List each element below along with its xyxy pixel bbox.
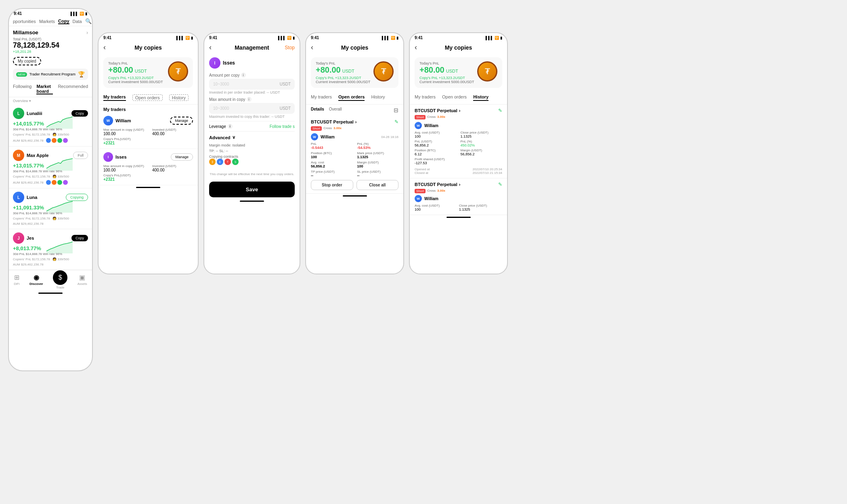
s4-indicator (343, 195, 367, 197)
manage-button-william[interactable]: Manage (170, 117, 193, 125)
closed-row-h1: Closed at 2022/07/10 21:15:34 (415, 171, 502, 175)
back-button-s2[interactable]: ‹ (103, 43, 106, 52)
copiers-row-lunaliii: Copiers' PnL $172,156.78 🧑 339/500 (13, 133, 88, 136)
s5-wifi: 🛜 (495, 36, 499, 40)
amount-per-copy-label: Amount per copy i (209, 73, 295, 77)
avatar-william-s2: W (103, 116, 113, 125)
amount-per-copy-field[interactable]: 10~3000 USDT (209, 79, 295, 90)
s5-status: 9:41 ▌▌▌ 🛜 ▮ (410, 33, 507, 41)
s4-time: 9:41 (311, 36, 319, 40)
total-pnl-label: Total PnL (USDT) (9, 37, 92, 41)
profit-label-h1: Profit shared (USDT) (415, 157, 457, 161)
trade-fab[interactable]: $ (53, 270, 67, 285)
invested-label-isses: Invested (USDT) (152, 164, 176, 168)
chevron-right-icon[interactable]: › (86, 30, 88, 36)
hist-trader-row-1: W William (415, 122, 502, 129)
copy-button-lunaliii[interactable]: Copy (71, 110, 88, 117)
tab-recommended[interactable]: Recommended (58, 84, 88, 94)
avatar-luna: L (13, 192, 24, 203)
info-icon-3: i (228, 124, 233, 129)
nav-opportunities[interactable]: pportunities (13, 19, 36, 24)
user-name: Millamsoe (13, 29, 38, 36)
advanced-row[interactable]: Advanced ∨ (209, 132, 295, 143)
max-amount-label: Max amount in copy i (209, 97, 295, 102)
subtab-openorders-s4[interactable]: Open orders (338, 94, 365, 101)
tab-market-board[interactable]: Market board (36, 84, 53, 94)
nav-markets[interactable]: Markets (39, 19, 55, 24)
nav-defi[interactable]: ⊞ DiFi (14, 274, 19, 289)
nav-data[interactable]: Data (73, 19, 82, 24)
pos-title-s4: BTCUSDT Perpetual › (311, 119, 356, 124)
copy-button-jes[interactable]: Copy (71, 235, 88, 241)
today-val-s5: +80.00 (419, 65, 444, 75)
detail-tab-overall[interactable]: Overall (329, 107, 342, 113)
back-btn-s4[interactable]: ‹ (311, 43, 313, 52)
nav-discover[interactable]: ◉ Discover (29, 274, 43, 289)
nav-trade[interactable]: $ Trade (53, 274, 67, 289)
subtab-history-s4[interactable]: History (371, 94, 385, 101)
full-button-maxapple[interactable]: Full (73, 152, 88, 159)
subtab-history-s5[interactable]: History (473, 94, 488, 101)
nav-assets[interactable]: ▣ Assets (78, 274, 87, 289)
s5-signal: ▌▌▌ (486, 36, 493, 40)
hist-pos-title-1: BTCUSDT Perpetual › (415, 108, 460, 113)
max-amount-label: Max amount in copy (USDT) (103, 128, 144, 132)
subtab-history-s2[interactable]: History (169, 94, 189, 101)
recruit-banner[interactable]: NEW Trader Recruitment Program 🏆 (13, 69, 88, 80)
trader-card-lunaliii: L Lunaliii Copy +14,015.77% 30d PnL $14,… (9, 105, 92, 146)
aum-row-luna: AUM $29,462,156.78 (13, 222, 88, 226)
subtab-openorders-s5[interactable]: Open orders (442, 94, 467, 101)
s5-header: ‹ My copies (410, 41, 507, 54)
manage-button-isses[interactable]: Manage (171, 153, 193, 161)
pos-grid-stats: PnL -0.5443 PnL (%) -54.53% Position (BT… (311, 142, 398, 178)
my-copies-phone-1: 9:41 ▌▌▌ 🛜 ▮ ‹ My copies Today's PnL +80… (98, 32, 199, 274)
pos-btc-val-h1: 6.12 (415, 152, 457, 156)
action-btns-s4: Stop order Close all (311, 180, 398, 190)
stop-button[interactable]: Stop (285, 45, 295, 50)
pos-trader-avatar: W (311, 133, 318, 140)
management-content: I Isses Amount per copy i 10~3000 USDT I… (204, 54, 300, 170)
chevron-right-hist: › (459, 108, 461, 113)
hist-edit-icon-2[interactable]: ✎ (498, 182, 502, 187)
market-tabs: Following Market board Recommended (9, 82, 92, 97)
copier-avatar-4 (63, 138, 68, 143)
hist-edit-icon-1[interactable]: ✎ (498, 108, 502, 113)
sl-label-s4: SL price (USDT) (357, 170, 399, 174)
overview-row[interactable]: Overview ▾ (9, 97, 92, 105)
search-icon[interactable]: 🔍 (85, 18, 92, 24)
hist-badge-short-2: Short (415, 189, 426, 193)
s3-battery: ▮ (293, 36, 295, 40)
coin-s4: ₮ (373, 61, 394, 82)
pnl-isses-s2: +2321 (103, 177, 193, 182)
bottom-nav: ⊞ DiFi ◉ Discover $ Trade ▣ Assets (9, 270, 92, 291)
stop-order-btn[interactable]: Stop order (311, 180, 353, 190)
subtab-traders-s5[interactable]: My traders (415, 94, 436, 101)
william-amounts: Max amount in copy (USDT) 100.00 Investe… (103, 128, 193, 136)
copier-avatar-3 (57, 138, 62, 143)
my-copies-button[interactable]: My copied (13, 57, 41, 65)
subtab-openorders-s2[interactable]: Open orders (132, 94, 163, 101)
tab-following[interactable]: Following (13, 84, 31, 94)
sub-tabs-s5: My traders Open orders History (410, 91, 507, 105)
detail-tabs-s4: Details Overall ⊟ (306, 105, 403, 116)
close-price-val-h1: 1.1325 (461, 134, 503, 138)
back-btn-s3[interactable]: ‹ (209, 43, 212, 52)
close-all-btn[interactable]: Close all (356, 180, 399, 190)
subtab-traders-s2[interactable]: My traders (103, 94, 126, 101)
max-amount-field[interactable]: 10~3000 USDT (209, 103, 295, 114)
isses-name-mgmt: Isses (223, 60, 235, 66)
s4-status: 9:41 ▌▌▌ 🛜 ▮ (306, 33, 403, 41)
s5-battery: ▮ (500, 36, 502, 40)
detail-tab-details[interactable]: Details (311, 107, 324, 113)
subtab-traders-s4[interactable]: My traders (311, 94, 332, 101)
save-button[interactable]: Save (209, 182, 295, 197)
new-badge: NEW (16, 72, 27, 77)
invested-val-william: 400.00 (152, 132, 176, 136)
avg-cost-val-h1: 100 (415, 134, 457, 138)
contract-dot-2: E (217, 159, 223, 165)
margin-val-s4: 100 (357, 164, 399, 168)
nav-copy[interactable]: Copy (58, 19, 69, 24)
edit-icon-s4[interactable]: ✎ (394, 119, 398, 125)
back-btn-s5[interactable]: ‹ (415, 43, 417, 52)
filter-icon[interactable]: ⊟ (394, 107, 398, 113)
